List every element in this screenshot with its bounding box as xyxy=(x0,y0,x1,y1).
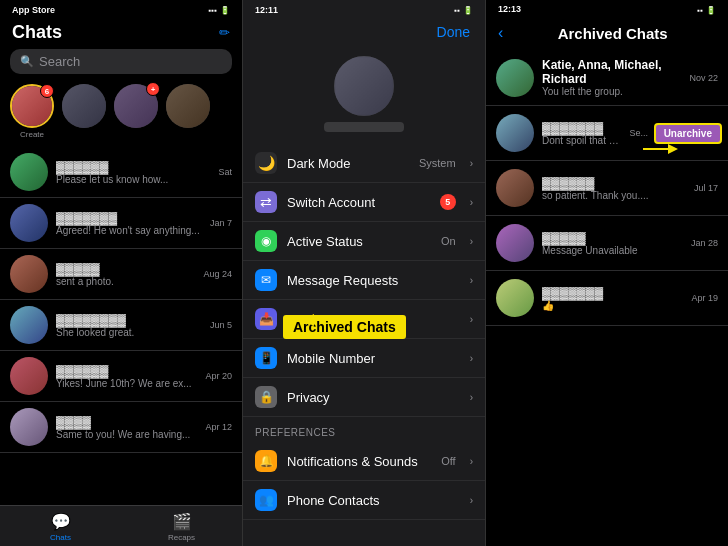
privacy-icon: 🔒 xyxy=(255,386,277,408)
chat-name: ▓▓▓▓▓▓ xyxy=(56,364,197,378)
recaps-tab-label: Recaps xyxy=(168,533,195,542)
phone-contacts-label: Phone Contacts xyxy=(287,493,460,508)
panel-settings: 12:11 ▪▪ 🔋 Done 🌙 Dark Mode System › ⇄ S… xyxy=(243,0,486,546)
notifications-value: Off xyxy=(441,455,455,467)
battery-icon: 🔋 xyxy=(220,6,230,15)
story-avatar-create[interactable]: 6 xyxy=(10,84,54,128)
table-row[interactable]: ▓▓▓▓▓ sent a photo. Aug 24 xyxy=(0,249,242,300)
settings-item-mobile-number[interactable]: 📱 Mobile Number › xyxy=(243,339,485,378)
archived-chat-content-3: ▓▓▓▓▓▓ so patient. Thank you.... xyxy=(542,176,686,201)
settings-nav-bar: Done xyxy=(243,20,486,48)
archived-chat-preview-3: so patient. Thank you.... xyxy=(542,190,686,201)
switch-account-badge: 5 xyxy=(440,194,456,210)
active-status-icon: ◉ xyxy=(255,230,277,252)
dark-mode-value: System xyxy=(419,157,456,169)
dark-mode-chevron: › xyxy=(470,158,473,169)
phone-contacts-chevron: › xyxy=(470,495,473,506)
settings-item-active-status[interactable]: ◉ Active Status On › xyxy=(243,222,485,261)
archived-chat-item-4[interactable]: ▓▓▓▓▓ Message Unavailable Jan 28 xyxy=(486,216,728,271)
table-row[interactable]: ▓▓▓▓▓▓ Please let us know how... Sat xyxy=(0,147,242,198)
chat-time: Sat xyxy=(218,167,232,177)
story-avatar-2[interactable] xyxy=(62,84,106,128)
story-label-create: Create xyxy=(10,130,54,139)
done-button[interactable]: Done xyxy=(437,24,470,40)
settings-item-archived-chats[interactable]: 📥 Archived Chats › xyxy=(243,300,485,339)
chat-preview: She looked great. xyxy=(56,327,202,338)
story-avatar-3[interactable]: + xyxy=(114,84,158,128)
battery-icon-3: 🔋 xyxy=(706,6,716,15)
chat-name: ▓▓▓▓▓ xyxy=(56,262,195,276)
archived-chat-name-3: ▓▓▓▓▓▓ xyxy=(542,176,686,190)
unarchive-button[interactable]: Unarchive xyxy=(654,123,722,144)
story-4[interactable] xyxy=(166,84,210,139)
search-placeholder: Search xyxy=(39,54,80,69)
archived-chat-name-5: ▓▓▓▓▓▓▓ xyxy=(542,286,683,300)
message-requests-chevron: › xyxy=(470,275,473,286)
archived-chat-preview-1: You left the group. xyxy=(542,86,681,97)
archived-chat-name-4: ▓▓▓▓▓ xyxy=(542,231,683,245)
chat-time: Aug 24 xyxy=(203,269,232,279)
table-row[interactable]: ▓▓▓▓ Same to you! We are having... Apr 1… xyxy=(0,402,242,453)
status-icons-1: ▪▪▪ 🔋 xyxy=(208,6,230,15)
recaps-tab-icon: 🎬 xyxy=(172,512,192,531)
table-row[interactable]: ▓▓▓▓▓▓ Yikes! June 10th? We are ex... Ap… xyxy=(0,351,242,402)
archived-chat-item-3[interactable]: ▓▓▓▓▓▓ so patient. Thank you.... Jul 17 xyxy=(486,161,728,216)
search-bar[interactable]: 🔍 Search xyxy=(10,49,232,74)
chats-tab-label: Chats xyxy=(50,533,71,542)
archived-chat-content-5: ▓▓▓▓▓▓▓ 👍 xyxy=(542,286,683,311)
edit-icon[interactable]: ✏ xyxy=(219,25,230,40)
privacy-chevron: › xyxy=(470,392,473,403)
carrier-1: App Store xyxy=(12,5,55,15)
switch-account-chevron: › xyxy=(470,197,473,208)
back-button[interactable]: ‹ xyxy=(498,24,503,42)
dark-mode-label: Dark Mode xyxy=(287,156,409,171)
story-create[interactable]: 6 Create xyxy=(10,84,54,139)
table-row[interactable]: ▓▓▓▓▓▓▓ Agreed! He won't say anything...… xyxy=(0,198,242,249)
story-avatar-4[interactable] xyxy=(166,84,210,128)
settings-item-message-requests[interactable]: ✉ Message Requests › xyxy=(243,261,485,300)
archived-chat-time-4: Jan 28 xyxy=(691,238,718,248)
archived-chat-preview-2: Dont spoil that precious_baby... xyxy=(542,135,621,146)
phone-contacts-icon: 👥 xyxy=(255,489,277,511)
profile-avatar xyxy=(334,56,394,116)
archived-chat-item-1[interactable]: Katie, Anna, Michael, Richard You left t… xyxy=(486,50,728,106)
story-badge-3: + xyxy=(146,82,160,96)
profile-section xyxy=(243,48,485,144)
chat-preview: Please let us know how... xyxy=(56,174,210,185)
chat-time: Apr 12 xyxy=(205,422,232,432)
story-2[interactable] xyxy=(62,84,106,139)
settings-item-privacy[interactable]: 🔒 Privacy › xyxy=(243,378,485,417)
privacy-label: Privacy xyxy=(287,390,460,405)
active-status-chevron: › xyxy=(470,236,473,247)
chat-time: Jan 7 xyxy=(210,218,232,228)
archived-chat-content-1: Katie, Anna, Michael, Richard You left t… xyxy=(542,58,681,97)
active-status-label: Active Status xyxy=(287,234,431,249)
tab-chats[interactable]: 💬 Chats xyxy=(0,512,121,542)
settings-item-phone-contacts[interactable]: 👥 Phone Contacts › xyxy=(243,481,485,520)
chat-name: ▓▓▓▓ xyxy=(56,415,197,429)
table-row[interactable]: ▓▓▓▓▓▓▓▓ She looked great. Jun 5 xyxy=(0,300,242,351)
status-icons-2: ▪▪ 🔋 xyxy=(454,6,473,15)
switch-account-icon: ⇄ xyxy=(255,191,277,213)
story-badge: 6 xyxy=(40,84,54,98)
settings-item-notifications[interactable]: 🔔 Notifications & Sounds Off › xyxy=(243,442,485,481)
chats-title: Chats xyxy=(12,22,62,43)
signal-icon-3: ▪▪ xyxy=(697,6,703,15)
chat-time: Apr 20 xyxy=(205,371,232,381)
mobile-number-label: Mobile Number xyxy=(287,351,460,366)
preferences-section-label: PREFERENCES xyxy=(243,417,485,442)
time-3: 12:13 xyxy=(498,4,521,16)
archived-chat-time-1: Nov 22 xyxy=(689,73,718,83)
archived-chat-item-5[interactable]: ▓▓▓▓▓▓▓ 👍 Apr 19 xyxy=(486,271,728,326)
panel-archived-chats: 12:13 ▪▪ 🔋 ‹ Archived Chats Katie, Anna,… xyxy=(486,0,728,546)
chat-preview: Yikes! June 10th? We are ex... xyxy=(56,378,197,389)
archived-chats-label: Archived Chats xyxy=(287,312,460,327)
settings-item-switch-account[interactable]: ⇄ Switch Account 5 › xyxy=(243,183,485,222)
archived-chat-time-2: Se... xyxy=(629,128,648,138)
notifications-icon: 🔔 xyxy=(255,450,277,472)
switch-account-label: Switch Account xyxy=(287,195,430,210)
story-3[interactable]: + xyxy=(114,84,158,139)
status-bar-2: 12:11 ▪▪ 🔋 xyxy=(243,0,485,20)
settings-item-dark-mode[interactable]: 🌙 Dark Mode System › xyxy=(243,144,485,183)
tab-recaps[interactable]: 🎬 Recaps xyxy=(121,512,242,542)
